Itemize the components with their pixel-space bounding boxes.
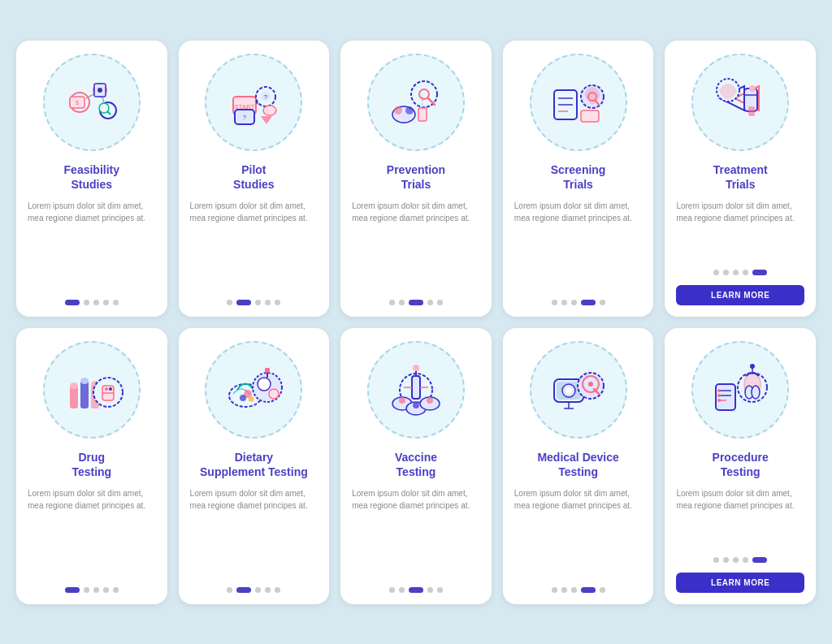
dot-3 — [581, 587, 596, 593]
svg-point-8 — [98, 88, 102, 93]
dot-4 — [113, 587, 119, 593]
card-vaccine-testing: VaccineTesting Lorem ipsum dolor sit dim… — [340, 328, 492, 604]
svg-rect-44 — [70, 386, 78, 408]
card-body-screening-trials: Lorem ipsum dolor sit dim amet, mea regi… — [514, 200, 643, 290]
svg-point-75 — [427, 397, 433, 404]
dot-1 — [236, 300, 251, 305]
svg-rect-45 — [80, 381, 89, 408]
dot-0 — [552, 587, 557, 593]
dot-1 — [399, 300, 405, 305]
card-drug-testing: DrugTesting Lorem ipsum dolor sit dim am… — [16, 328, 167, 604]
dots-vaccine-testing — [389, 587, 443, 593]
dot-4 — [600, 300, 605, 305]
dot-0 — [713, 270, 719, 275]
dot-3 — [581, 300, 596, 305]
dot-1 — [561, 300, 567, 305]
dot-2 — [93, 587, 99, 593]
svg-point-48 — [80, 378, 89, 384]
card-title-pilot-studies: PilotStudies — [233, 162, 275, 192]
svg-point-53 — [105, 387, 108, 391]
dot-2 — [733, 557, 739, 563]
dot-4 — [275, 587, 280, 593]
dots-drug-testing — [65, 587, 119, 593]
dots-screening-trials — [552, 300, 605, 305]
svg-point-98 — [752, 386, 760, 399]
icon-treatment-trials — [691, 54, 789, 151]
card-treatment-trials: TreatmentTrials Lorem ipsum dolor sit di… — [665, 41, 816, 317]
icon-dietary-supplement-testing — [205, 341, 302, 439]
dot-4 — [113, 300, 119, 305]
dot-0 — [227, 300, 232, 305]
dot-4 — [437, 587, 443, 593]
icon-procedure-testing — [691, 341, 789, 439]
icon-pilot-studies: START ? ? — [205, 54, 302, 151]
svg-point-57 — [240, 395, 246, 401]
dots-prevention-trials — [389, 300, 443, 305]
dot-3 — [265, 587, 271, 593]
dot-2 — [93, 300, 99, 305]
svg-rect-36 — [581, 110, 599, 122]
svg-point-96 — [750, 364, 755, 369]
dot-1 — [236, 587, 251, 593]
svg-point-58 — [249, 395, 254, 401]
dot-2 — [255, 587, 261, 593]
svg-rect-43 — [748, 106, 755, 116]
svg-rect-27 — [418, 108, 427, 121]
svg-point-92 — [717, 399, 721, 402]
dot-4 — [275, 300, 280, 305]
dot-2 — [255, 300, 261, 305]
svg-point-73 — [399, 397, 405, 404]
dot-3 — [427, 587, 433, 593]
dot-3 — [427, 300, 433, 305]
svg-point-90 — [717, 389, 721, 392]
dot-1 — [561, 587, 567, 593]
dot-2 — [571, 587, 577, 593]
dot-3 — [743, 270, 748, 275]
dot-3 — [743, 557, 748, 563]
dot-1 — [723, 270, 729, 275]
dot-4 — [437, 300, 443, 305]
svg-point-83 — [588, 382, 593, 387]
svg-point-67 — [413, 365, 419, 371]
dots-procedure-testing — [713, 557, 767, 563]
svg-point-60 — [258, 378, 271, 391]
dot-2 — [571, 300, 577, 305]
dots-feasibility-studies — [65, 300, 119, 305]
dot-4 — [752, 557, 767, 563]
card-title-vaccine-testing: VaccineTesting — [395, 450, 437, 479]
card-title-drug-testing: DrugTesting — [72, 450, 111, 479]
card-body-dietary-supplement-testing: Lorem ipsum dolor sit dim amet, mea regi… — [190, 487, 318, 577]
dot-0 — [389, 300, 395, 305]
icon-prevention-trials — [367, 54, 465, 151]
svg-point-79 — [566, 387, 572, 394]
svg-point-47 — [70, 383, 78, 389]
card-pilot-studies: START ? ? PilotStudies Lorem ipsum dolor… — [179, 41, 330, 317]
dot-2 — [733, 270, 739, 275]
svg-point-25 — [394, 106, 402, 115]
dot-2 — [409, 300, 423, 305]
card-body-prevention-trials: Lorem ipsum dolor sit dim amet, mea regi… — [352, 200, 480, 290]
learn-more-button-treatment-trials[interactable]: LEARN MORE — [676, 285, 804, 305]
dot-1 — [399, 587, 405, 593]
dots-medical-device-testing — [552, 587, 605, 593]
card-title-treatment-trials: TreatmentTrials — [713, 162, 768, 192]
card-dietary-supplement-testing: DietarySupplement Testing Lorem ipsum do… — [179, 328, 330, 604]
card-body-procedure-testing: Lorem ipsum dolor sit dim amet, mea regi… — [676, 487, 804, 547]
dot-3 — [103, 300, 109, 305]
svg-text:?: ? — [243, 115, 246, 120]
dot-0 — [227, 587, 232, 593]
learn-more-button-procedure-testing[interactable]: LEARN MORE — [676, 573, 804, 593]
card-procedure-testing: ProcedureTesting Lorem ipsum dolor sit d… — [665, 328, 816, 604]
icon-drug-testing — [43, 341, 141, 439]
dot-1 — [84, 587, 89, 593]
dot-2 — [409, 587, 423, 593]
card-title-screening-trials: ScreeningTrials — [551, 162, 606, 192]
dots-pilot-studies — [227, 300, 280, 305]
dots-treatment-trials — [713, 270, 767, 275]
card-prevention-trials: PreventionTrials Lorem ipsum dolor sit d… — [340, 41, 492, 317]
dot-4 — [600, 587, 605, 593]
svg-point-26 — [405, 106, 414, 115]
dot-3 — [265, 300, 271, 305]
svg-point-20 — [263, 106, 276, 115]
card-body-pilot-studies: Lorem ipsum dolor sit dim amet, mea regi… — [190, 200, 318, 290]
